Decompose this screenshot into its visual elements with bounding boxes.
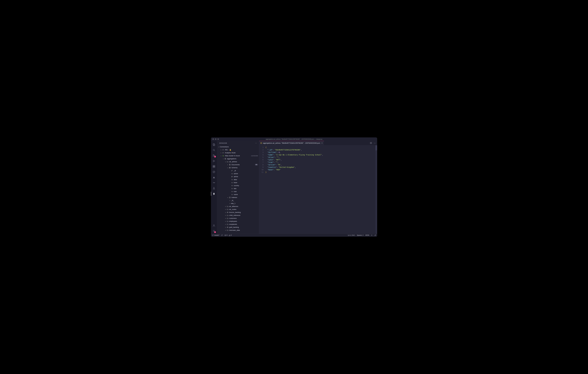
svg-point-46: [375, 235, 376, 235]
tree-item[interactable]: Analytics Node: [217, 151, 259, 154]
run-debug-icon[interactable]: [211, 158, 217, 164]
chevron-down-icon[interactable]: [227, 167, 229, 169]
chevron-right-icon[interactable]: [225, 220, 226, 222]
more-actions-icon[interactable]: ⋯: [374, 142, 376, 144]
tree-item[interactable]: Schema: [217, 166, 259, 169]
language-mode[interactable]: JSON: [365, 234, 369, 236]
section-connections[interactable]: Connections: [217, 145, 259, 148]
A-icon: A: [231, 194, 233, 196]
tree-item[interactable]: Aactive: [217, 172, 259, 175]
tab-label: aggregations.air_airlines: "56e9b497732b…: [263, 142, 320, 144]
tree-item[interactable]: customers: [217, 217, 259, 220]
maximize-window-button[interactable]: [217, 138, 219, 140]
tree-item[interactable]: Aicao: [217, 190, 259, 193]
indentation[interactable]: Spaces: 2: [357, 234, 363, 236]
svg-point-6: [214, 155, 215, 156]
tree-item[interactable]: Aname: [217, 193, 259, 196]
tree-item[interactable]: _id: [217, 169, 259, 172]
tree-item-label: Schema: [231, 167, 258, 169]
chevron-right-icon[interactable]: [220, 149, 222, 151]
chevron-right-icon[interactable]: [225, 214, 226, 216]
git-branch-item[interactable]: master*: [212, 234, 219, 236]
explorer-icon[interactable]: [211, 142, 217, 147]
chevron-down-icon[interactable]: [227, 197, 229, 198]
A-icon: A: [231, 185, 233, 187]
settings-gear-icon[interactable]: 1: [211, 228, 217, 234]
tree-item[interactable]: Acountry: [217, 184, 259, 187]
tree-item[interactable]: _id_: [217, 199, 259, 202]
svg-point-23: [214, 231, 214, 231]
chevron-right-icon[interactable]: [225, 223, 226, 225]
tree-item[interactable]: Aalias: [217, 178, 259, 181]
code-content[interactable]: { "_id": "56e9b497732b6122f8790280", "ai…: [265, 145, 375, 234]
tree-item[interactable]: icecream_data: [217, 229, 259, 232]
tree-item[interactable]: child_reference: [217, 214, 259, 217]
tree-item-label: airline: [234, 176, 258, 177]
search-icon[interactable]: [211, 147, 217, 153]
close-window-button[interactable]: [212, 138, 214, 140]
chevron-placeholder: [229, 185, 231, 187]
tree-item[interactable]: Indexes: [217, 196, 259, 199]
folder-icon: [227, 223, 229, 225]
chevron-right-icon[interactable]: [225, 211, 226, 213]
tree-item[interactable]: Aiata: [217, 187, 259, 190]
azure-icon[interactable]: [211, 175, 217, 180]
minimize-window-button[interactable]: [215, 138, 216, 140]
tree-item[interactable]: employees: [217, 220, 259, 223]
source-control-icon[interactable]: 1: [211, 153, 217, 158]
tree-item[interactable]: iata_1: [217, 202, 259, 205]
tree-item-label: customers: [229, 217, 258, 219]
tree-item[interactable]: aggregations: [217, 157, 259, 160]
chevron-right-icon[interactable]: [227, 164, 229, 165]
bolt-icon: [222, 149, 224, 151]
tree-item[interactable]: air_airlines: [217, 160, 259, 163]
chevron-down-icon[interactable]: [222, 158, 224, 160]
feedback-icon[interactable]: [371, 234, 373, 236]
tree-item[interactable]: Atlas cluster in Azureconnected: [217, 154, 259, 157]
sidebar-more-icon[interactable]: ⋯: [255, 142, 257, 144]
tree-item[interactable]: Abase: [217, 181, 259, 184]
minimap[interactable]: [375, 145, 377, 234]
tree-item-label: iata_1: [231, 202, 258, 204]
sync-icon[interactable]: [221, 234, 223, 236]
tree-item[interactable]: #airline: [217, 175, 259, 178]
line-gutter: 1234567891011: [259, 145, 265, 234]
status-bar: master* 0 0 Ln 1, Col 1 Spaces: 2 JSON: [211, 234, 377, 237]
chevron-right-icon[interactable]: [225, 218, 226, 219]
notifications-icon[interactable]: [374, 234, 376, 236]
chevron-right-icon[interactable]: [229, 200, 231, 201]
tree-view-icon[interactable]: [211, 186, 217, 191]
chevron-right-icon[interactable]: [225, 209, 226, 210]
tree-item[interactable]: ADL - 🔒: [217, 148, 259, 151]
tree-item[interactable]: exoplanets: [217, 223, 259, 226]
problems-item[interactable]: 0 0: [224, 234, 231, 236]
chevron-down-icon[interactable]: [225, 161, 226, 163]
editor-tab[interactable]: {} aggregations.air_airlines: "56e9b4977…: [259, 141, 324, 145]
chevron-right-icon[interactable]: [225, 226, 226, 228]
chevron-right-icon[interactable]: [220, 152, 222, 154]
account-icon[interactable]: [211, 223, 217, 228]
code-editor[interactable]: 1234567891011 { "_id": "56e9b497732b6122…: [259, 145, 377, 234]
tree-item-meta: connected: [251, 155, 258, 157]
section-label: Connections: [220, 146, 258, 148]
chevron-down-icon[interactable]: [220, 155, 222, 157]
tree-item[interactable]: bronze_banking: [217, 211, 259, 214]
chevron-right-icon[interactable]: [225, 229, 226, 231]
tree-item[interactable]: gold_banking: [217, 226, 259, 229]
tree-item-label: alias: [234, 179, 258, 180]
chevron-placeholder: [229, 173, 231, 175]
tree-item-label: air_airlines: [229, 161, 258, 163]
mongodb-icon[interactable]: [211, 191, 217, 197]
split-editor-icon[interactable]: [370, 142, 372, 144]
extensions-icon[interactable]: [211, 164, 217, 169]
chevron-right-icon[interactable]: [229, 203, 231, 204]
cursor-position[interactable]: Ln 1, Col 1: [348, 234, 355, 236]
close-tab-icon[interactable]: ✕: [321, 142, 323, 144]
tree-item[interactable]: air_alliances: [217, 205, 259, 208]
chevron-right-icon[interactable]: [225, 206, 226, 207]
compass-icon[interactable]: [211, 169, 217, 175]
folder-icon: [227, 161, 229, 163]
tree-item[interactable]: air_routes: [217, 208, 259, 211]
docker-icon[interactable]: [211, 180, 217, 186]
tree-item[interactable]: Documents6K: [217, 163, 259, 166]
